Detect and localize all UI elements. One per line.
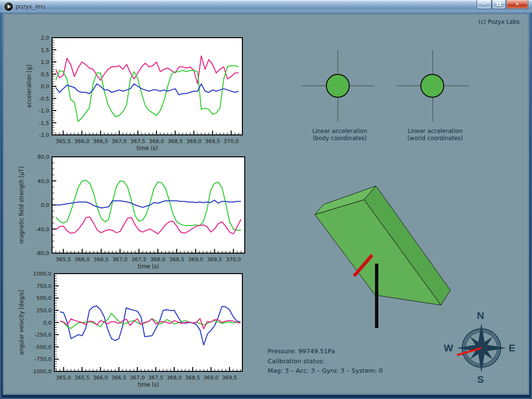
x-tick-label: 369,5 bbox=[205, 138, 220, 144]
close-button[interactable]: ✕ bbox=[506, 0, 528, 9]
x-tick-label: 369,5 bbox=[222, 375, 237, 381]
y-tick-label: -250,0 bbox=[35, 332, 52, 338]
acceleration-chart: 2,01,51,00,50,0-0,5-1,0-1,5-2,0365,5366,… bbox=[20, 35, 248, 153]
x-tick-label: 370,0 bbox=[224, 138, 239, 144]
x-tick-label: 368,5 bbox=[167, 138, 183, 144]
x-tick-label: 366,5 bbox=[93, 138, 108, 144]
pressure-value: Pressure: 99749.51Pa bbox=[268, 347, 383, 357]
linear-acceleration-indicators bbox=[296, 46, 478, 127]
y-tick-label: 40,0 bbox=[38, 178, 50, 184]
calibration-title: Calibration status: bbox=[268, 357, 383, 367]
app-window: pozyx_imu — ✕ (c) Pozyx Labs 2,01,51,00,… bbox=[0, 0, 532, 399]
compass-label-s: S bbox=[477, 374, 484, 385]
y-tick-label: 0,0 bbox=[43, 320, 52, 326]
plot-area bbox=[52, 157, 245, 253]
sketch-canvas: (c) Pozyx Labs 2,01,51,00,50,0-0,5-1,0-1… bbox=[3, 14, 529, 394]
y-tick-label: -750,0 bbox=[35, 356, 52, 362]
y-tick-label: -1,5 bbox=[39, 120, 49, 126]
x-tick-label: 365,5 bbox=[56, 256, 71, 263]
x-tick-label: 369,0 bbox=[188, 256, 203, 263]
y-tick-label: 0,0 bbox=[41, 83, 50, 90]
world-acceleration-dot bbox=[421, 74, 444, 97]
x-tick-label: 368,0 bbox=[149, 138, 164, 144]
status-block: Pressure: 99749.51Pa Calibration status:… bbox=[268, 347, 383, 376]
y-axis-title: magnetic field strength [µT] bbox=[18, 166, 25, 243]
x-tick-label: 366,5 bbox=[94, 256, 109, 263]
plot-area bbox=[52, 38, 242, 135]
close-icon: ✕ bbox=[515, 2, 519, 7]
x-tick-label: 365,5 bbox=[56, 138, 71, 144]
y-tick-label: 250,0 bbox=[37, 307, 52, 314]
angular-velocity-chart: 1000,0750,0500,0250,00,0-250,0-500,0-750… bbox=[18, 271, 249, 391]
x-tick-label: 366,0 bbox=[74, 138, 90, 144]
window-controls: — ✕ bbox=[477, 0, 528, 9]
y-tick-label: -0,5 bbox=[39, 96, 49, 102]
y-tick-label: 750,0 bbox=[37, 283, 52, 289]
body-coordinates-label: Linear acceleration (body coordinates) bbox=[292, 128, 387, 142]
y-tick-label: 1,5 bbox=[41, 47, 50, 53]
world-coordinates-label: Linear acceleration (world coordinates) bbox=[387, 128, 483, 142]
y-tick-label: -2,0 bbox=[39, 132, 49, 138]
window-title: pozyx_imu bbox=[16, 3, 45, 10]
y-tick-label: 1000,0 bbox=[33, 271, 52, 277]
x-tick-label: 365,0 bbox=[56, 375, 71, 381]
minimize-button[interactable]: — bbox=[477, 0, 491, 9]
x-tick-label: 365,5 bbox=[74, 375, 90, 381]
x-tick-label: 368,0 bbox=[150, 256, 166, 263]
x-tick-label: 368,0 bbox=[167, 375, 182, 381]
x-tick-label: 367,5 bbox=[130, 138, 146, 144]
y-tick-label: -40,0 bbox=[36, 226, 49, 233]
x-tick-label: 369,5 bbox=[207, 256, 222, 263]
device-3d-orientation bbox=[301, 177, 459, 334]
x-tick-label: 369,0 bbox=[204, 375, 219, 381]
y-tick-label: 500,0 bbox=[37, 295, 52, 301]
magnetic-field-chart: 80,040,00,0-40,0-80,0365,5366,0366,5367,… bbox=[18, 154, 250, 271]
y-axis-title: acceleration [g] bbox=[26, 65, 32, 108]
y-tick-label: -80,0 bbox=[36, 250, 49, 256]
processing-play-icon bbox=[4, 2, 13, 11]
title-bar[interactable]: pozyx_imu — ✕ bbox=[0, 0, 532, 13]
body-acceleration-dot bbox=[326, 74, 349, 97]
y-tick-label: -500,0 bbox=[35, 344, 52, 350]
x-axis-title: time (s) bbox=[136, 145, 158, 152]
y-tick-label: 0,0 bbox=[41, 202, 50, 208]
y-tick-label: 1,0 bbox=[41, 59, 50, 65]
copyright-label: (c) Pozyx Labs bbox=[479, 19, 520, 25]
x-axis-title: time (s) bbox=[138, 381, 159, 388]
x-tick-label: 366,0 bbox=[93, 375, 108, 381]
maximize-button[interactable] bbox=[492, 0, 506, 9]
compass-label-e: E bbox=[509, 342, 515, 353]
device-stand-line bbox=[375, 264, 378, 328]
y-tick-label: -1,0 bbox=[39, 108, 49, 114]
x-tick-label: 367,0 bbox=[112, 138, 127, 144]
x-tick-label: 366,5 bbox=[111, 375, 126, 381]
compass-label-n: N bbox=[477, 310, 484, 321]
x-tick-label: 368,5 bbox=[185, 375, 200, 381]
y-tick-label: 2,0 bbox=[41, 35, 50, 41]
x-tick-label: 370,0 bbox=[226, 256, 241, 263]
x-tick-label: 369,0 bbox=[187, 138, 202, 144]
x-tick-label: 367,5 bbox=[131, 256, 146, 263]
x-axis-title: time (s) bbox=[138, 263, 159, 270]
x-tick-label: 368,5 bbox=[169, 256, 185, 263]
y-tick-label: -1000,0 bbox=[31, 368, 52, 375]
x-tick-label: 367,0 bbox=[113, 256, 128, 263]
calibration-values: Mag: 3 – Acc: 3 – Gyro: 3 – System: 0 bbox=[268, 366, 383, 376]
x-tick-label: 367,0 bbox=[130, 375, 145, 381]
x-tick-label: 366,0 bbox=[75, 256, 90, 263]
y-axis-title: angular velocity [deg/s] bbox=[18, 290, 25, 355]
compass-rose: NSWE bbox=[443, 308, 521, 388]
y-tick-label: 80,0 bbox=[38, 154, 50, 160]
y-tick-label: 0,5 bbox=[41, 72, 50, 78]
x-tick-label: 367,5 bbox=[148, 375, 164, 381]
compass-label-w: W bbox=[444, 342, 453, 353]
minimize-icon: — bbox=[481, 2, 487, 7]
maximize-icon bbox=[497, 2, 501, 6]
